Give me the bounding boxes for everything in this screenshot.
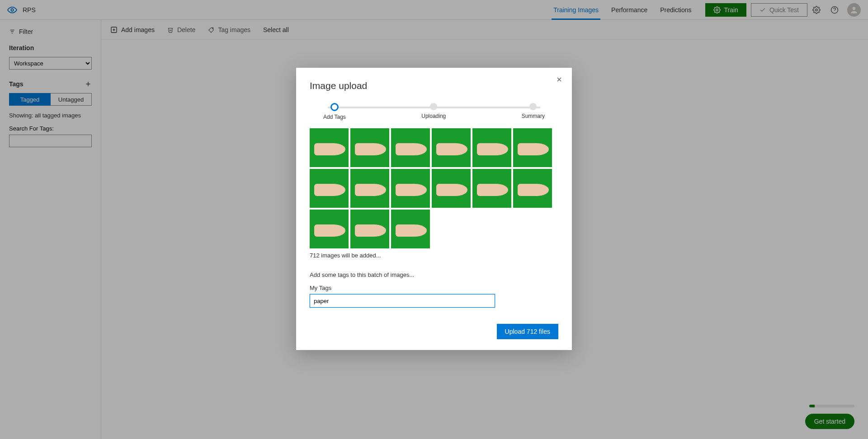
image-thumbnail[interactable] (432, 128, 471, 167)
image-thumbnail[interactable] (472, 169, 511, 208)
image-thumbnail[interactable] (391, 210, 430, 248)
step-uploading: Uploading (421, 103, 446, 119)
image-thumbnail[interactable] (391, 169, 430, 208)
image-thumbnail[interactable] (513, 128, 552, 167)
image-thumbnail[interactable] (513, 169, 552, 208)
close-button[interactable] (556, 76, 563, 83)
image-thumbnail[interactable] (310, 210, 349, 248)
modal-overlay: Image upload Add Tags Uploading Summary (0, 0, 868, 439)
image-thumbnail[interactable] (472, 128, 511, 167)
thumbnail-grid (310, 128, 558, 248)
step-add-tags: Add Tags (323, 103, 346, 120)
step-summary: Summary (522, 103, 545, 119)
tag-prompt-text: Add some tags to this batch of images... (310, 271, 558, 278)
my-tags-label: My Tags (310, 285, 558, 291)
image-thumbnail[interactable] (432, 169, 471, 208)
image-thumbnail[interactable] (310, 128, 349, 167)
image-count-text: 712 images will be added... (310, 252, 558, 259)
image-thumbnail[interactable] (350, 210, 389, 248)
image-upload-modal: Image upload Add Tags Uploading Summary (296, 68, 572, 350)
modal-title: Image upload (310, 80, 558, 91)
image-thumbnail[interactable] (350, 169, 389, 208)
image-thumbnail[interactable] (391, 128, 430, 167)
image-thumbnail[interactable] (310, 169, 349, 208)
upload-files-button[interactable]: Upload 712 files (497, 324, 558, 339)
upload-stepper: Add Tags Uploading Summary (323, 103, 545, 120)
tag-input[interactable] (310, 294, 495, 308)
image-thumbnail[interactable] (350, 128, 389, 167)
